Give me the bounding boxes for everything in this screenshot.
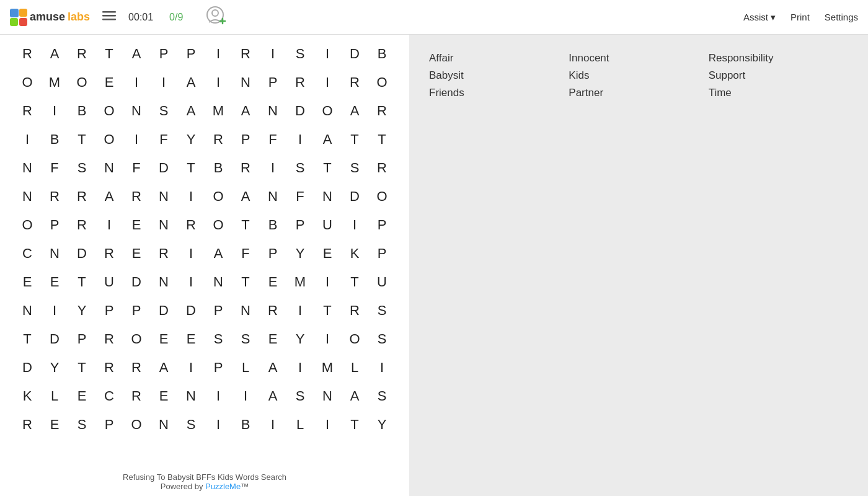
- grid-cell[interactable]: I: [232, 382, 259, 410]
- grid-cell[interactable]: R: [95, 239, 123, 268]
- grid-cell[interactable]: Y: [368, 410, 396, 439]
- grid-cell[interactable]: N: [150, 211, 177, 239]
- grid-cell[interactable]: T: [95, 40, 123, 68]
- word-search-grid[interactable]: RARTAPPIRISIDBOMOEIIAINPRIRORIBONSAMANDO…: [14, 40, 396, 467]
- grid-cell[interactable]: E: [259, 325, 286, 353]
- grid-cell[interactable]: T: [341, 268, 368, 296]
- grid-cell[interactable]: F: [41, 154, 68, 182]
- grid-cell[interactable]: I: [205, 410, 232, 439]
- grid-cell[interactable]: F: [286, 182, 314, 211]
- grid-cell[interactable]: L: [341, 353, 368, 382]
- grid-cell[interactable]: I: [205, 68, 232, 97]
- grid-cell[interactable]: D: [150, 296, 177, 325]
- grid-cell[interactable]: S: [68, 410, 95, 439]
- grid-cell[interactable]: Y: [41, 353, 68, 382]
- grid-cell[interactable]: I: [41, 296, 68, 325]
- grid-cell[interactable]: S: [205, 325, 232, 353]
- grid-cell[interactable]: I: [286, 353, 314, 382]
- grid-cell[interactable]: U: [95, 268, 123, 296]
- grid-cell[interactable]: O: [123, 325, 150, 353]
- grid-cell[interactable]: R: [123, 382, 150, 410]
- grid-cell[interactable]: B: [205, 154, 232, 182]
- grid-cell[interactable]: B: [68, 97, 95, 125]
- grid-cell[interactable]: Y: [286, 239, 314, 268]
- grid-cell[interactable]: L: [41, 382, 68, 410]
- grid-cell[interactable]: R: [14, 97, 41, 125]
- grid-cell[interactable]: A: [205, 239, 232, 268]
- grid-cell[interactable]: R: [95, 353, 123, 382]
- grid-cell[interactable]: K: [341, 239, 368, 268]
- grid-cell[interactable]: I: [286, 296, 314, 325]
- hamburger-button[interactable]: [100, 6, 118, 28]
- grid-cell[interactable]: N: [232, 68, 259, 97]
- grid-cell[interactable]: P: [95, 410, 123, 439]
- grid-cell[interactable]: S: [368, 325, 396, 353]
- grid-cell[interactable]: R: [341, 296, 368, 325]
- grid-cell[interactable]: M: [286, 268, 314, 296]
- grid-cell[interactable]: D: [14, 353, 41, 382]
- grid-cell[interactable]: F: [123, 154, 150, 182]
- grid-cell[interactable]: O: [95, 125, 123, 154]
- grid-cell[interactable]: P: [259, 68, 286, 97]
- grid-cell[interactable]: P: [68, 325, 95, 353]
- grid-cell[interactable]: O: [368, 182, 396, 211]
- grid-cell[interactable]: P: [259, 239, 286, 268]
- grid-cell[interactable]: S: [177, 410, 205, 439]
- grid-cell[interactable]: R: [123, 353, 150, 382]
- grid-cell[interactable]: N: [177, 382, 205, 410]
- grid-cell[interactable]: M: [41, 68, 68, 97]
- grid-cell[interactable]: B: [232, 410, 259, 439]
- grid-cell[interactable]: R: [177, 211, 205, 239]
- grid-cell[interactable]: D: [341, 182, 368, 211]
- grid-cell[interactable]: R: [41, 182, 68, 211]
- grid-cell[interactable]: E: [95, 68, 123, 97]
- grid-cell[interactable]: M: [205, 97, 232, 125]
- grid-cell[interactable]: E: [314, 239, 341, 268]
- grid-cell[interactable]: A: [41, 40, 68, 68]
- grid-cell[interactable]: R: [68, 211, 95, 239]
- grid-cell[interactable]: S: [68, 154, 95, 182]
- grid-cell[interactable]: E: [123, 211, 150, 239]
- grid-cell[interactable]: P: [368, 211, 396, 239]
- grid-cell[interactable]: O: [14, 211, 41, 239]
- grid-cell[interactable]: P: [368, 239, 396, 268]
- grid-cell[interactable]: A: [232, 182, 259, 211]
- grid-cell[interactable]: B: [41, 125, 68, 154]
- grid-cell[interactable]: B: [259, 211, 286, 239]
- grid-cell[interactable]: N: [123, 97, 150, 125]
- grid-cell[interactable]: I: [314, 40, 341, 68]
- grid-cell[interactable]: M: [314, 353, 341, 382]
- grid-cell[interactable]: E: [41, 268, 68, 296]
- grid-cell[interactable]: T: [368, 125, 396, 154]
- grid-cell[interactable]: N: [150, 268, 177, 296]
- grid-cell[interactable]: L: [232, 353, 259, 382]
- grid-cell[interactable]: I: [341, 211, 368, 239]
- grid-cell[interactable]: T: [232, 268, 259, 296]
- grid-cell[interactable]: T: [314, 296, 341, 325]
- grid-cell[interactable]: T: [232, 211, 259, 239]
- grid-cell[interactable]: E: [14, 268, 41, 296]
- grid-cell[interactable]: S: [232, 325, 259, 353]
- grid-cell[interactable]: I: [177, 353, 205, 382]
- grid-cell[interactable]: O: [68, 68, 95, 97]
- print-button[interactable]: Print: [790, 12, 810, 22]
- grid-cell[interactable]: S: [286, 154, 314, 182]
- grid-cell[interactable]: D: [341, 40, 368, 68]
- grid-cell[interactable]: R: [286, 68, 314, 97]
- grid-cell[interactable]: T: [68, 268, 95, 296]
- grid-cell[interactable]: I: [14, 125, 41, 154]
- grid-cell[interactable]: A: [177, 97, 205, 125]
- grid-cell[interactable]: R: [123, 182, 150, 211]
- grid-cell[interactable]: N: [14, 154, 41, 182]
- grid-cell[interactable]: N: [95, 154, 123, 182]
- grid-cell[interactable]: N: [314, 382, 341, 410]
- grid-cell[interactable]: I: [205, 382, 232, 410]
- grid-cell[interactable]: P: [123, 296, 150, 325]
- grid-cell[interactable]: O: [123, 410, 150, 439]
- grid-cell[interactable]: D: [41, 325, 68, 353]
- add-player-button[interactable]: [204, 4, 229, 30]
- logo[interactable]: amuselabs: [10, 9, 90, 26]
- grid-cell[interactable]: O: [341, 325, 368, 353]
- puzzleme-link[interactable]: PuzzleMe: [205, 482, 241, 491]
- grid-cell[interactable]: O: [205, 182, 232, 211]
